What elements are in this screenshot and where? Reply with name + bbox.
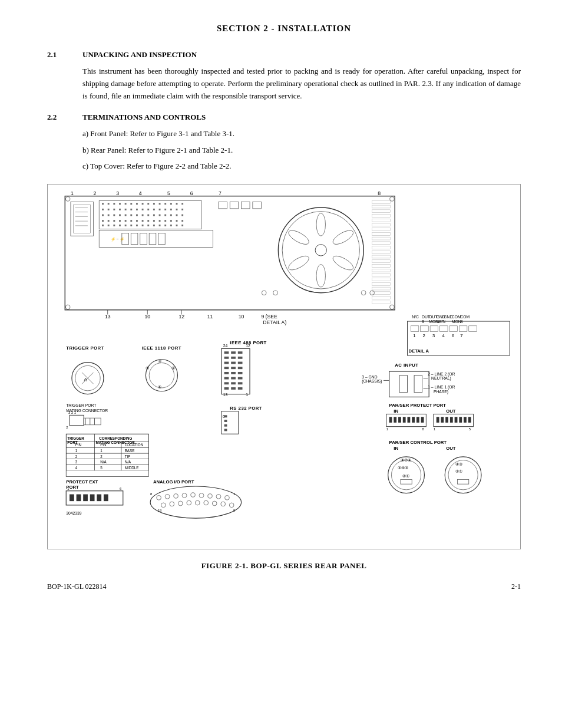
svg-text:PROTECT EXT: PROTECT EXT [66,479,98,485]
sub-item-c: c) Top Cover: Refer to Figure 2-2 and Ta… [82,160,521,172]
svg-point-344 [165,494,170,499]
svg-point-135 [65,197,70,202]
footer-right: 2-1 [511,582,521,591]
svg-text:⑧: ⑧ [146,366,149,370]
svg-point-137 [65,305,70,309]
svg-point-106 [287,253,311,273]
svg-text:⑧⑦⑥: ⑧⑦⑥ [401,457,411,462]
svg-rect-74 [170,220,172,222]
svg-rect-51 [125,214,127,216]
svg-rect-260 [450,417,453,423]
svg-point-351 [225,495,230,500]
svg-point-355 [187,500,191,505]
svg-rect-261 [455,417,458,423]
svg-point-354 [178,501,183,506]
svg-text:4: 4 [139,190,142,196]
svg-rect-84 [142,225,144,226]
svg-rect-48 [108,214,110,216]
svg-rect-202 [231,357,236,359]
svg-text:2: 2 [94,190,97,196]
svg-rect-66 [125,220,127,222]
svg-rect-0 [65,196,395,310]
svg-text:7: 7 [460,333,462,338]
svg-rect-227 [224,415,227,417]
svg-text:OUT: OUT [446,408,456,413]
svg-rect-233 [399,375,408,393]
svg-text:1: 1 [71,190,74,196]
svg-rect-50 [119,214,121,216]
svg-text:⑤: ⑤ [158,385,161,389]
svg-rect-252 [407,417,410,423]
svg-text:5: 5 [167,190,170,196]
svg-text:4: 4 [442,333,445,338]
svg-rect-258 [441,417,444,423]
svg-rect-131 [219,202,227,209]
svg-point-356 [195,500,200,505]
svg-point-105 [316,264,325,287]
svg-point-342 [150,486,241,518]
svg-rect-96 [140,233,147,244]
svg-rect-262 [459,417,462,423]
svg-text:TRIGGER PORT: TRIGGER PORT [66,345,104,351]
svg-text:③: ③ [158,358,161,363]
svg-rect-335 [77,494,81,501]
svg-text:OUT: OUT [446,446,456,451]
svg-rect-97 [149,233,156,244]
svg-rect-116 [372,237,391,240]
svg-rect-336 [83,494,88,501]
svg-rect-209 [238,367,243,369]
svg-rect-90 [176,225,178,226]
svg-rect-61 [181,214,183,216]
svg-text:①: ① [171,366,175,370]
svg-rect-89 [170,225,172,226]
svg-rect-112 [372,219,391,222]
svg-text:11: 11 [207,314,213,319]
svg-point-99 [278,207,363,293]
svg-rect-204 [224,361,229,364]
svg-rect-62 [102,220,104,222]
svg-rect-28 [164,203,166,205]
svg-rect-91 [181,225,183,226]
svg-point-352 [161,503,166,508]
svg-text:24: 24 [223,344,228,348]
svg-text:N/A: N/A [125,460,131,464]
svg-text:AC INPUT: AC INPUT [395,363,418,368]
svg-rect-212 [238,372,243,374]
svg-rect-173 [469,326,477,332]
svg-rect-120 [372,255,391,258]
svg-rect-111 [372,214,391,217]
svg-rect-253 [412,417,415,423]
svg-rect-115 [372,232,391,235]
svg-rect-232 [389,371,429,397]
svg-rect-17 [102,203,104,205]
svg-rect-285 [70,415,84,425]
svg-point-346 [182,493,187,498]
svg-rect-69 [142,220,144,222]
svg-text:②①: ②① [402,473,409,477]
svg-rect-339 [104,494,108,501]
svg-rect-217 [231,382,236,384]
svg-point-188 [146,360,177,391]
svg-rect-134 [253,202,261,209]
svg-rect-124 [372,274,391,276]
svg-text:2: 2 [66,425,68,429]
svg-text:8: 8 [422,427,424,431]
svg-rect-46 [181,209,183,210]
svg-text:IEEE 1118 PORT: IEEE 1118 PORT [142,345,181,351]
svg-rect-121 [372,260,391,263]
svg-rect-337 [90,494,95,501]
svg-text:PAR/SER CONTROL PORT: PAR/SER CONTROL PORT [389,440,447,445]
svg-text:NET: NET [437,319,445,324]
svg-text:TIP: TIP [125,454,131,459]
svg-rect-169 [430,326,438,332]
svg-text:10: 10 [144,314,150,319]
svg-rect-72 [159,220,161,222]
svg-rect-125 [372,278,391,281]
svg-rect-76 [181,220,183,222]
svg-rect-263 [464,417,467,423]
svg-text:1: 1 [413,333,415,338]
svg-rect-70 [147,220,149,222]
svg-rect-213 [224,377,229,380]
svg-rect-20 [119,203,121,205]
svg-rect-248 [389,417,392,423]
